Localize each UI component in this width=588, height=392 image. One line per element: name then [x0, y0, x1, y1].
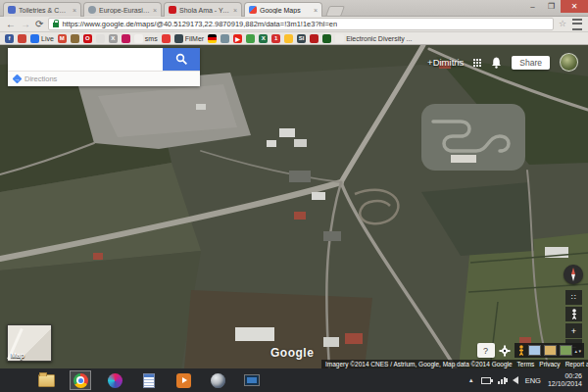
- bookmark-favicon[interactable]: Live: [30, 34, 54, 43]
- tab-label: Shola Ama - You Might N: [179, 7, 230, 14]
- bookmark-favicon[interactable]: [284, 34, 293, 43]
- bookmark-favicon[interactable]: [310, 34, 318, 43]
- pegman-icon: [570, 309, 578, 319]
- bookmark-favicon[interactable]: sms: [134, 34, 158, 43]
- tab-youtube-shola-ama[interactable]: Shola Ama - You Might N ×: [164, 2, 242, 17]
- tab-close-icon[interactable]: ×: [314, 7, 318, 14]
- maps-top-right: +Dimitris Share: [427, 53, 578, 72]
- directions-row[interactable]: → Directions: [8, 71, 200, 86]
- swirl-icon: [108, 373, 122, 388]
- report-problem-link[interactable]: Report a problem: [565, 361, 588, 368]
- bookmark-favicon[interactable]: [220, 34, 229, 43]
- tab-close-icon[interactable]: ×: [233, 7, 237, 14]
- taskbar-icon-monitor-app[interactable]: [241, 370, 263, 390]
- avatar[interactable]: [560, 53, 578, 72]
- pegman-button[interactable]: [565, 307, 582, 321]
- taskbar-icon-document-app[interactable]: [138, 370, 160, 390]
- imagery-thumbnail[interactable]: [544, 345, 557, 356]
- search-button[interactable]: [163, 48, 200, 71]
- search-input[interactable]: [8, 48, 163, 71]
- taskbar-icon-media-app[interactable]: [104, 370, 125, 390]
- bookmark-favicon[interactable]: [122, 34, 130, 43]
- new-tab-button[interactable]: [325, 6, 345, 17]
- bookmark-favicon[interactable]: f: [5, 34, 14, 43]
- satellite-map[interactable]: [0, 45, 588, 368]
- bookmark-favicon[interactable]: [208, 34, 217, 43]
- settings-gear-icon[interactable]: [499, 345, 511, 357]
- taskbar-icon-chrome[interactable]: [70, 370, 91, 390]
- document-icon: [143, 373, 155, 388]
- tab-close-icon[interactable]: ×: [153, 7, 157, 14]
- map-viewport[interactable]: → Directions +Dimitris Share ∷: [0, 45, 588, 368]
- pegman-orange-icon[interactable]: [517, 345, 525, 356]
- close-window-button[interactable]: ✕: [561, 0, 588, 13]
- tab-europe-eurasia[interactable]: Europe-Eurasia | USEmba ×: [83, 2, 162, 17]
- attribution-bar: Imagery ©2014 CNES / Astrium, Google, Ma…: [321, 360, 588, 368]
- maps-favicon: [249, 6, 257, 14]
- chrome-menu-icon[interactable]: [572, 19, 582, 30]
- tab-google-maps[interactable]: Google Maps ×: [244, 2, 322, 17]
- carousel-collapse-icon[interactable]: ▴ ▾: [575, 349, 581, 353]
- share-button[interactable]: Share: [512, 56, 550, 70]
- bookmark-favicon[interactable]: 1: [271, 34, 280, 43]
- browser-tab-bar: Toiletries & Colognes | Al × Europe-Eura…: [0, 0, 588, 17]
- taskbar-icon-file-explorer[interactable]: [35, 370, 57, 390]
- tab-close-icon[interactable]: ×: [73, 7, 76, 14]
- bookmark-favicon[interactable]: FilMer: [174, 34, 204, 43]
- notifications-bell-icon[interactable]: [491, 57, 502, 69]
- back-button[interactable]: ←: [6, 20, 16, 29]
- bookmark-favicon[interactable]: [322, 34, 331, 43]
- youtube-favicon: [169, 6, 176, 14]
- https-lock-icon: [53, 23, 59, 27]
- help-button[interactable]: ?: [477, 343, 495, 358]
- compass-control[interactable]: [564, 265, 583, 284]
- clock[interactable]: 00:26 12/10/2014: [548, 372, 582, 388]
- language-indicator[interactable]: ENG: [525, 376, 541, 385]
- bookmark-favicon[interactable]: SI: [297, 34, 306, 43]
- forward-button[interactable]: →: [21, 20, 30, 29]
- explore-bar: ? ▴ ▾: [477, 343, 584, 358]
- volume-icon[interactable]: [513, 376, 518, 384]
- profile-name[interactable]: +Dimitris: [427, 57, 464, 68]
- apps-grid-icon[interactable]: [473, 59, 481, 67]
- tilt-button[interactable]: ∷: [565, 290, 582, 305]
- bookmark-favicon[interactable]: Electronic Diversity ...: [335, 34, 412, 43]
- folder-icon: [38, 374, 55, 387]
- bookmark-favicon[interactable]: ▶: [233, 34, 242, 43]
- power-icon[interactable]: [481, 377, 491, 384]
- bookmark-favicon[interactable]: [162, 34, 171, 43]
- swoosh-icon: [211, 373, 225, 388]
- directions-icon: →: [13, 74, 23, 84]
- bookmark-favicon[interactable]: [71, 34, 79, 43]
- restore-button[interactable]: ❐: [542, 0, 561, 13]
- tab-favicon: [8, 6, 16, 14]
- bookmark-favicon[interactable]: [18, 34, 26, 43]
- reload-button[interactable]: ⟳: [35, 20, 43, 29]
- taskbar-icon-gray-app[interactable]: [207, 370, 228, 390]
- url-text: https://www.google.de/maps/@40.5129173,2…: [62, 20, 337, 28]
- terms-link[interactable]: Terms: [517, 361, 535, 368]
- bookmark-favicon[interactable]: [246, 34, 255, 43]
- taskbar-icon-player-app[interactable]: [172, 370, 194, 390]
- tab-toiletries[interactable]: Toiletries & Colognes | Al ×: [3, 2, 81, 17]
- privacy-link[interactable]: Privacy: [539, 361, 560, 368]
- hidden-icons-chevron[interactable]: ▲: [468, 377, 474, 383]
- bookmark-favicon[interactable]: [96, 34, 105, 43]
- windows-taskbar: ▲ ENG 00:26 12/10/2014: [0, 368, 588, 392]
- zoom-in-button[interactable]: +: [565, 323, 582, 338]
- bookmark-favicon[interactable]: X: [259, 34, 268, 43]
- map-satellite-toggle[interactable]: Map: [7, 324, 52, 362]
- tray-date: 12/10/2014: [548, 380, 582, 388]
- bookmark-favicon[interactable]: X: [109, 34, 118, 43]
- address-bar[interactable]: https://www.google.de/maps/@40.5129173,2…: [48, 18, 554, 30]
- bookmark-star-icon[interactable]: ☆: [559, 20, 566, 28]
- system-tray: ▲ ENG 00:26 12/10/2014: [468, 372, 588, 388]
- bookmark-favicon[interactable]: O: [83, 34, 92, 43]
- bookmarks-bar: fLiveMOXsmsFilMer▶X1SIElectronic Diversi…: [0, 32, 588, 45]
- tab-label: Europe-Eurasia | USEmba: [99, 7, 150, 14]
- minimize-button[interactable]: –: [523, 0, 542, 13]
- play-icon: [176, 373, 191, 388]
- bookmark-favicon[interactable]: M: [58, 34, 67, 43]
- imagery-thumbnail[interactable]: [528, 345, 541, 356]
- imagery-thumbnail[interactable]: [560, 345, 572, 356]
